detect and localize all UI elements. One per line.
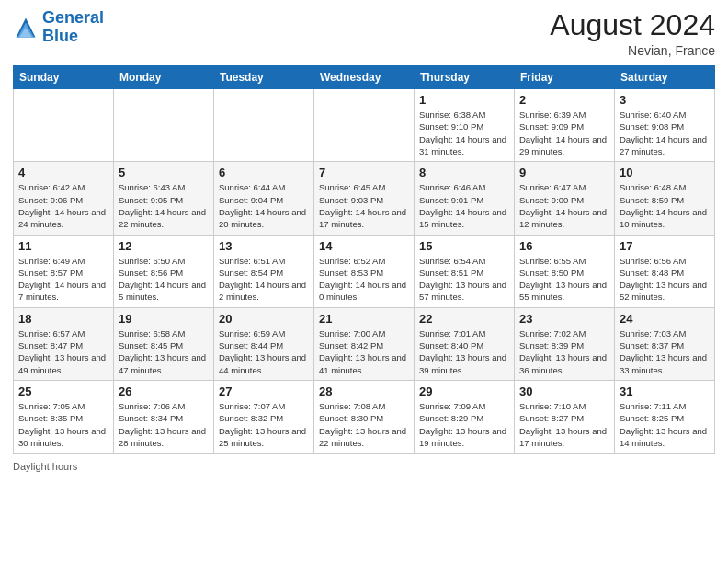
day-info: Sunrise: 7:01 AM Sunset: 8:40 PM Dayligh… bbox=[419, 327, 509, 376]
day-number: 15 bbox=[419, 239, 509, 253]
calendar-cell: 23Sunrise: 7:02 AM Sunset: 8:39 PM Dayli… bbox=[515, 307, 615, 380]
day-info: Sunrise: 7:06 AM Sunset: 8:34 PM Dayligh… bbox=[119, 400, 209, 449]
title-block: August 2024 Nevian, France bbox=[550, 9, 715, 58]
day-number: 3 bbox=[620, 93, 710, 107]
calendar-cell: 24Sunrise: 7:03 AM Sunset: 8:37 PM Dayli… bbox=[615, 307, 715, 380]
day-number: 1 bbox=[419, 93, 509, 107]
logo: General Blue bbox=[13, 9, 104, 46]
calendar-cell: 18Sunrise: 6:57 AM Sunset: 8:47 PM Dayli… bbox=[14, 307, 114, 380]
day-info: Sunrise: 7:08 AM Sunset: 8:30 PM Dayligh… bbox=[319, 400, 409, 449]
day-number: 29 bbox=[419, 385, 509, 398]
day-info: Sunrise: 7:00 AM Sunset: 8:42 PM Dayligh… bbox=[319, 327, 409, 376]
day-number: 4 bbox=[18, 166, 108, 179]
day-number: 7 bbox=[319, 166, 409, 179]
calendar-cell: 11Sunrise: 6:49 AM Sunset: 8:57 PM Dayli… bbox=[14, 235, 114, 307]
day-number: 2 bbox=[519, 93, 609, 107]
col-tuesday: Tuesday bbox=[214, 66, 314, 89]
calendar-cell: 29Sunrise: 7:09 AM Sunset: 8:29 PM Dayli… bbox=[415, 380, 515, 453]
col-wednesday: Wednesday bbox=[314, 66, 415, 89]
logo-icon bbox=[13, 15, 39, 40]
calendar-cell: 17Sunrise: 6:56 AM Sunset: 8:48 PM Dayli… bbox=[615, 235, 715, 307]
col-thursday: Thursday bbox=[415, 66, 515, 89]
day-info: Sunrise: 6:52 AM Sunset: 8:53 PM Dayligh… bbox=[319, 255, 409, 304]
weekday-header-row: Sunday Monday Tuesday Wednesday Thursday… bbox=[14, 66, 715, 89]
day-info: Sunrise: 6:54 AM Sunset: 8:51 PM Dayligh… bbox=[419, 255, 509, 304]
day-info: Sunrise: 7:05 AM Sunset: 8:35 PM Dayligh… bbox=[18, 400, 108, 449]
col-saturday: Saturday bbox=[615, 66, 715, 89]
day-number: 13 bbox=[219, 239, 309, 253]
day-number: 19 bbox=[119, 312, 209, 326]
day-info: Sunrise: 7:09 AM Sunset: 8:29 PM Dayligh… bbox=[419, 400, 509, 449]
calendar-cell: 12Sunrise: 6:50 AM Sunset: 8:56 PM Dayli… bbox=[114, 235, 214, 307]
footer: Daylight hours bbox=[13, 461, 715, 472]
logo-line2: Blue bbox=[42, 27, 78, 45]
day-info: Sunrise: 6:56 AM Sunset: 8:48 PM Dayligh… bbox=[620, 255, 710, 304]
day-number: 6 bbox=[219, 166, 309, 179]
day-number: 28 bbox=[319, 385, 409, 398]
calendar-cell bbox=[314, 89, 415, 162]
day-info: Sunrise: 6:57 AM Sunset: 8:47 PM Dayligh… bbox=[18, 327, 108, 376]
calendar-cell: 25Sunrise: 7:05 AM Sunset: 8:35 PM Dayli… bbox=[14, 380, 114, 453]
day-number: 10 bbox=[620, 166, 710, 179]
calendar-week-row: 25Sunrise: 7:05 AM Sunset: 8:35 PM Dayli… bbox=[14, 380, 715, 453]
day-number: 5 bbox=[119, 166, 209, 179]
calendar-cell: 26Sunrise: 7:06 AM Sunset: 8:34 PM Dayli… bbox=[114, 380, 214, 453]
calendar-cell: 19Sunrise: 6:58 AM Sunset: 8:45 PM Dayli… bbox=[114, 307, 214, 380]
day-number: 9 bbox=[519, 166, 609, 179]
calendar-cell: 30Sunrise: 7:10 AM Sunset: 8:27 PM Dayli… bbox=[515, 380, 615, 453]
day-info: Sunrise: 6:42 AM Sunset: 9:06 PM Dayligh… bbox=[18, 181, 108, 230]
day-number: 14 bbox=[319, 239, 409, 253]
day-info: Sunrise: 6:50 AM Sunset: 8:56 PM Dayligh… bbox=[119, 255, 209, 304]
calendar-cell: 15Sunrise: 6:54 AM Sunset: 8:51 PM Dayli… bbox=[415, 235, 515, 307]
calendar-cell: 6Sunrise: 6:44 AM Sunset: 9:04 PM Daylig… bbox=[214, 162, 314, 235]
calendar-cell bbox=[214, 89, 314, 162]
calendar-cell: 20Sunrise: 6:59 AM Sunset: 8:44 PM Dayli… bbox=[214, 307, 314, 380]
calendar-week-row: 11Sunrise: 6:49 AM Sunset: 8:57 PM Dayli… bbox=[14, 235, 715, 307]
calendar-cell: 3Sunrise: 6:40 AM Sunset: 9:08 PM Daylig… bbox=[615, 89, 715, 162]
calendar-cell: 21Sunrise: 7:00 AM Sunset: 8:42 PM Dayli… bbox=[314, 307, 415, 380]
col-monday: Monday bbox=[114, 66, 214, 89]
calendar-cell bbox=[14, 89, 114, 162]
day-info: Sunrise: 6:49 AM Sunset: 8:57 PM Dayligh… bbox=[18, 255, 108, 304]
day-number: 27 bbox=[219, 385, 309, 398]
day-info: Sunrise: 6:39 AM Sunset: 9:09 PM Dayligh… bbox=[519, 109, 609, 157]
calendar-cell: 10Sunrise: 6:48 AM Sunset: 8:59 PM Dayli… bbox=[615, 162, 715, 235]
calendar-cell: 2Sunrise: 6:39 AM Sunset: 9:09 PM Daylig… bbox=[515, 89, 615, 162]
col-sunday: Sunday bbox=[14, 66, 114, 89]
day-info: Sunrise: 7:07 AM Sunset: 8:32 PM Dayligh… bbox=[219, 400, 309, 449]
calendar-cell: 9Sunrise: 6:47 AM Sunset: 9:00 PM Daylig… bbox=[515, 162, 615, 235]
header: General Blue August 2024 Nevian, France bbox=[13, 9, 715, 58]
day-info: Sunrise: 6:59 AM Sunset: 8:44 PM Dayligh… bbox=[219, 327, 309, 376]
calendar-cell: 16Sunrise: 6:55 AM Sunset: 8:50 PM Dayli… bbox=[515, 235, 615, 307]
daylight-label: Daylight hours bbox=[13, 461, 77, 472]
day-number: 25 bbox=[18, 385, 108, 398]
location: Nevian, France bbox=[550, 43, 715, 58]
day-info: Sunrise: 7:03 AM Sunset: 8:37 PM Dayligh… bbox=[620, 327, 710, 376]
calendar-cell: 28Sunrise: 7:08 AM Sunset: 8:30 PM Dayli… bbox=[314, 380, 415, 453]
calendar-cell: 4Sunrise: 6:42 AM Sunset: 9:06 PM Daylig… bbox=[14, 162, 114, 235]
day-number: 17 bbox=[620, 239, 710, 253]
day-info: Sunrise: 7:02 AM Sunset: 8:39 PM Dayligh… bbox=[519, 327, 609, 376]
day-info: Sunrise: 6:58 AM Sunset: 8:45 PM Dayligh… bbox=[119, 327, 209, 376]
day-info: Sunrise: 6:40 AM Sunset: 9:08 PM Dayligh… bbox=[620, 109, 710, 157]
logo-line1: General bbox=[42, 8, 104, 27]
day-info: Sunrise: 6:47 AM Sunset: 9:00 PM Dayligh… bbox=[519, 181, 609, 230]
calendar-cell: 13Sunrise: 6:51 AM Sunset: 8:54 PM Dayli… bbox=[214, 235, 314, 307]
calendar-cell: 5Sunrise: 6:43 AM Sunset: 9:05 PM Daylig… bbox=[114, 162, 214, 235]
calendar-cell: 31Sunrise: 7:11 AM Sunset: 8:25 PM Dayli… bbox=[615, 380, 715, 453]
day-info: Sunrise: 7:10 AM Sunset: 8:27 PM Dayligh… bbox=[519, 400, 609, 449]
day-number: 11 bbox=[18, 239, 108, 253]
calendar-cell: 22Sunrise: 7:01 AM Sunset: 8:40 PM Dayli… bbox=[415, 307, 515, 380]
day-number: 8 bbox=[419, 166, 509, 179]
day-number: 31 bbox=[620, 385, 710, 398]
calendar-cell bbox=[114, 89, 214, 162]
calendar-cell: 14Sunrise: 6:52 AM Sunset: 8:53 PM Dayli… bbox=[314, 235, 415, 307]
month-year: August 2024 bbox=[550, 9, 715, 41]
day-info: Sunrise: 6:43 AM Sunset: 9:05 PM Dayligh… bbox=[119, 181, 209, 230]
day-info: Sunrise: 6:48 AM Sunset: 8:59 PM Dayligh… bbox=[620, 181, 710, 230]
calendar-cell: 7Sunrise: 6:45 AM Sunset: 9:03 PM Daylig… bbox=[314, 162, 415, 235]
day-number: 24 bbox=[620, 312, 710, 326]
calendar-week-row: 4Sunrise: 6:42 AM Sunset: 9:06 PM Daylig… bbox=[14, 162, 715, 235]
calendar-week-row: 18Sunrise: 6:57 AM Sunset: 8:47 PM Dayli… bbox=[14, 307, 715, 380]
day-number: 18 bbox=[18, 312, 108, 326]
